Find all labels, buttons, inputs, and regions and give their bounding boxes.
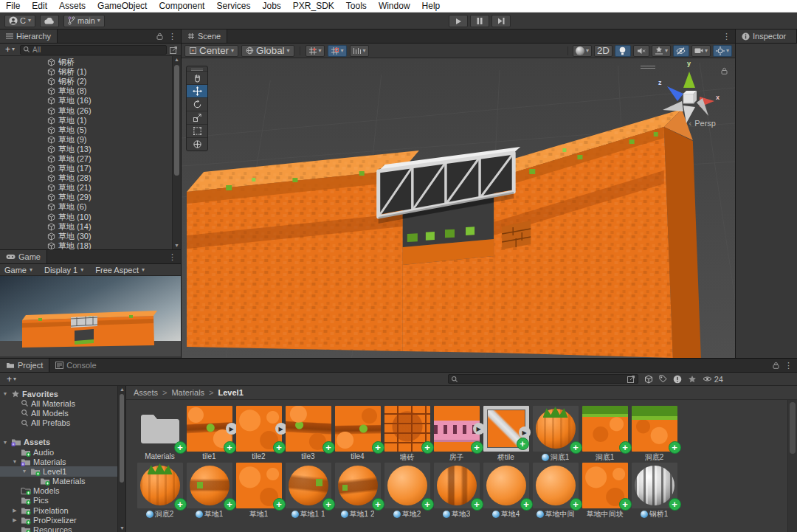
create-asset-button[interactable]: +▾ bbox=[4, 374, 18, 384]
tree-item[interactable]: Resources bbox=[0, 525, 125, 532]
axis-x-label[interactable]: x bbox=[716, 94, 720, 101]
tree-item[interactable]: All Models bbox=[0, 408, 125, 418]
aspect-dropdown[interactable]: Free Aspect▾ bbox=[95, 266, 145, 274]
grid-visibility-button[interactable]: ▾ bbox=[306, 45, 325, 57]
chevron-open-icon[interactable]: ▼ bbox=[11, 459, 18, 464]
menu-assets[interactable]: Assets bbox=[53, 0, 92, 12]
rotate-tool-button[interactable] bbox=[187, 97, 207, 111]
menu-services[interactable]: Services bbox=[210, 0, 256, 12]
game-target-dropdown[interactable]: Game▾ bbox=[4, 266, 32, 274]
draw-mode-dropdown[interactable]: ▾ bbox=[573, 45, 592, 57]
hierarchy-item[interactable]: 草地 (14) bbox=[0, 222, 181, 232]
tree-item[interactable]: Materials bbox=[0, 477, 125, 486]
kebab-menu-icon[interactable]: ⋮ bbox=[168, 253, 176, 261]
kebab-menu-icon[interactable]: ⋮ bbox=[722, 32, 731, 41]
kebab-menu-icon[interactable]: ⋮ bbox=[168, 32, 176, 41]
scroll-down-icon[interactable]: ▼ bbox=[120, 525, 124, 531]
hierarchy-item[interactable]: 草地 (6) bbox=[0, 202, 181, 212]
asset-card-21[interactable]: +钢桥1 bbox=[629, 463, 679, 519]
chevron-open-icon[interactable]: ▼ bbox=[1, 440, 9, 445]
scene-visibility-button[interactable] bbox=[673, 45, 689, 57]
tree-item[interactable]: Models bbox=[0, 486, 125, 496]
scroll-up-icon[interactable]: ▲ bbox=[174, 57, 179, 63]
tree-item[interactable]: Pics bbox=[0, 496, 125, 505]
projection-label[interactable]: ‹ Persp bbox=[689, 119, 716, 128]
2d-toggle-button[interactable]: 2D bbox=[594, 45, 613, 57]
hierarchy-item[interactable]: 草地 (27) bbox=[0, 154, 181, 164]
chevron-open-icon[interactable]: ▼ bbox=[21, 469, 28, 474]
audio-toggle-button[interactable] bbox=[633, 45, 649, 57]
asset-card-0[interactable]: +Materials bbox=[135, 406, 184, 463]
asset-card-4[interactable]: +tile4 bbox=[333, 406, 382, 463]
hierarchy-item[interactable]: 草地 (5) bbox=[0, 125, 181, 135]
project-content-scrollbar[interactable] bbox=[787, 400, 797, 532]
search-window-icon[interactable] bbox=[627, 375, 635, 383]
asset-card-1[interactable]: ▶+tile1 bbox=[184, 406, 234, 463]
tree-item[interactable]: ▼Assets bbox=[0, 438, 125, 447]
asset-card-8[interactable]: +洞底1 bbox=[531, 406, 580, 463]
asset-card-12[interactable]: +草地1 bbox=[184, 463, 234, 519]
favorites-filter-button[interactable] bbox=[688, 375, 697, 384]
menu-window[interactable]: Window bbox=[373, 0, 416, 12]
lighting-toggle-button[interactable] bbox=[615, 45, 631, 57]
chevron-open-icon[interactable]: ▼ bbox=[1, 391, 9, 396]
asset-card-20[interactable]: +草地中间块 bbox=[580, 463, 629, 519]
hierarchy-item[interactable]: 草地 (28) bbox=[0, 173, 181, 183]
gizmo-drag-handle[interactable] bbox=[641, 66, 655, 69]
hierarchy-item[interactable]: 草地 (8) bbox=[0, 86, 181, 96]
asset-card-5[interactable]: +墙砖 bbox=[382, 406, 432, 463]
tab-console[interactable]: Console bbox=[49, 359, 102, 372]
tab-scene[interactable]: Scene bbox=[182, 30, 227, 43]
cloud-button[interactable] bbox=[40, 15, 59, 27]
asset-card-3[interactable]: +tile3 bbox=[283, 406, 333, 463]
hidden-count-indicator[interactable]: 24 bbox=[703, 375, 723, 384]
hierarchy-item[interactable]: 草地 (18) bbox=[0, 241, 181, 249]
hierarchy-item[interactable]: 草地 (21) bbox=[0, 183, 181, 193]
lock-icon[interactable] bbox=[773, 362, 779, 369]
hierarchy-item[interactable]: 草地 (16) bbox=[0, 96, 181, 106]
hand-tool-button[interactable] bbox=[187, 71, 207, 84]
chevron-closed-icon[interactable]: ▶ bbox=[11, 517, 18, 523]
version-control-branch-button[interactable]: main ▾ bbox=[63, 15, 105, 27]
tree-item[interactable]: ▼Favorites bbox=[0, 389, 125, 398]
search-by-type-button[interactable] bbox=[644, 375, 653, 384]
asset-card-13[interactable]: +草地1 bbox=[234, 463, 283, 519]
scroll-up-icon[interactable]: ▲ bbox=[120, 387, 124, 393]
hierarchy-item[interactable]: 草地 (10) bbox=[0, 213, 181, 222]
chevron-closed-icon[interactable]: ▶ bbox=[11, 508, 18, 514]
menu-jobs[interactable]: Jobs bbox=[256, 0, 286, 12]
camera-settings-dropdown[interactable]: ▾ bbox=[691, 45, 711, 57]
tree-item[interactable]: ▶ProPixelizer bbox=[0, 515, 125, 525]
menu-pxr-sdk[interactable]: PXR_SDK bbox=[287, 0, 340, 12]
breadcrumb-middle[interactable]: Materials bbox=[171, 388, 204, 397]
add-object-button[interactable]: +▾ bbox=[3, 44, 17, 55]
asset-card-18[interactable]: +草地4 bbox=[481, 463, 531, 519]
tree-item[interactable]: All Materials bbox=[0, 398, 125, 408]
move-tool-button[interactable] bbox=[187, 84, 207, 97]
axis-y-label[interactable]: y bbox=[687, 60, 691, 67]
hierarchy-search[interactable] bbox=[20, 45, 167, 55]
hierarchy-item[interactable]: 草地 (9) bbox=[0, 135, 181, 145]
gizmos-dropdown[interactable]: ▾ bbox=[713, 45, 732, 57]
asset-card-10[interactable]: +洞底2 bbox=[629, 406, 679, 463]
transform-tool-button[interactable] bbox=[187, 137, 207, 151]
play-button[interactable] bbox=[449, 15, 468, 27]
asset-card-6[interactable]: ▶+房子 bbox=[432, 406, 481, 463]
asset-card-17[interactable]: +草地3 bbox=[432, 463, 481, 519]
asset-card-19[interactable]: +草地中间 bbox=[531, 463, 580, 519]
menu-component[interactable]: Component bbox=[153, 0, 210, 12]
scroll-down-icon[interactable]: ▼ bbox=[174, 243, 179, 249]
hierarchy-scrollbar[interactable]: ▲ ▼ bbox=[172, 56, 181, 249]
breadcrumb-current[interactable]: Level1 bbox=[218, 388, 244, 397]
breadcrumb-root[interactable]: Assets bbox=[134, 388, 158, 397]
hierarchy-item[interactable]: 草地 (30) bbox=[0, 232, 181, 241]
pause-button[interactable] bbox=[470, 15, 489, 27]
project-tree-scrollbar[interactable]: ▲ ▼ bbox=[117, 386, 125, 532]
asset-card-2[interactable]: ▶+tile2 bbox=[234, 406, 283, 463]
kebab-menu-icon[interactable]: ⋮ bbox=[784, 362, 793, 370]
account-button[interactable]: C ▾ bbox=[4, 15, 35, 27]
tree-item[interactable]: Audio bbox=[0, 447, 125, 457]
step-button[interactable] bbox=[491, 15, 511, 27]
tab-game[interactable]: Game bbox=[0, 250, 47, 263]
menu-edit[interactable]: Edit bbox=[26, 0, 53, 12]
